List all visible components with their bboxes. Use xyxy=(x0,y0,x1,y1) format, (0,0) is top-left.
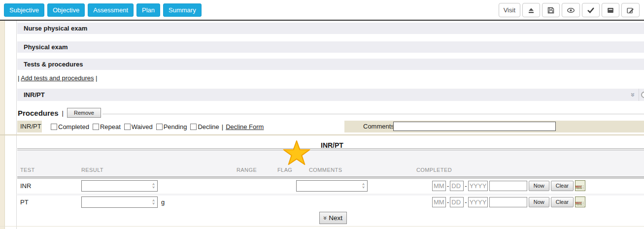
chevron-double-down-icon[interactable]: » xyxy=(631,89,635,101)
inr-year-input[interactable] xyxy=(468,181,488,191)
pt-result-spinner: ˄˅ xyxy=(81,196,158,208)
inr-clear-button[interactable]: Clear xyxy=(551,181,574,191)
pt-year-input[interactable] xyxy=(468,197,488,207)
ehr-encounter-page: Subjective Objective Assessment Plan Sum… xyxy=(0,0,644,229)
pipe-right: | xyxy=(96,74,97,82)
section-inr-pt[interactable]: INR/PT » xyxy=(17,89,644,101)
pending-label: Pending xyxy=(164,123,187,131)
test-name-pt: PT xyxy=(20,198,29,206)
content-left-border xyxy=(16,21,17,229)
pt-completed-widget: - - Now Clear MAY xyxy=(432,196,585,207)
pt-unit-label: g xyxy=(161,198,165,206)
inr-comments-input[interactable] xyxy=(297,181,360,191)
toolbar: Visit xyxy=(499,3,640,17)
status-waived: Waived xyxy=(121,123,153,131)
separator: | xyxy=(62,109,64,117)
eject-button[interactable] xyxy=(522,3,540,17)
status-repeat: Repeat xyxy=(89,123,121,131)
archive-icon xyxy=(607,6,614,14)
inr-time-input[interactable] xyxy=(489,181,527,191)
inr-completed-widget: - - Now Clear MAY xyxy=(432,180,585,191)
section-nurse-physical-exam[interactable]: Nurse physical exam xyxy=(17,23,644,34)
preview-button[interactable] xyxy=(562,3,580,17)
add-tests-row: | Add tests and procedures | xyxy=(18,74,97,82)
spinner-arrows-icon[interactable]: ˄˅ xyxy=(150,183,157,189)
soap-tabs: Subjective Objective Assessment Plan Sum… xyxy=(4,3,202,17)
pt-result-input[interactable] xyxy=(82,197,150,207)
pt-now-button[interactable]: Now xyxy=(529,197,549,207)
calendar-grid xyxy=(576,201,584,206)
pipe-left: | xyxy=(18,74,19,82)
next-label: Next xyxy=(329,214,342,222)
inr-month-input[interactable] xyxy=(432,181,446,191)
next-button[interactable]: »Next xyxy=(319,212,347,224)
add-tests-link[interactable]: Add tests and procedures xyxy=(21,74,94,82)
clipped-circle-icon xyxy=(641,92,644,98)
waived-label: Waived xyxy=(132,123,153,131)
toolbar-divider xyxy=(0,20,644,21)
gold-star-icon xyxy=(282,140,311,165)
inr-result-spinner: ˄˅ xyxy=(81,180,158,192)
inr-result-input[interactable] xyxy=(82,181,150,191)
row-separator xyxy=(17,194,644,196)
decline-form-link[interactable]: Decline Form xyxy=(226,123,264,131)
section-physical-exam[interactable]: Physical exam xyxy=(17,41,644,53)
section-rule xyxy=(0,134,644,135)
calendar-icon[interactable]: MAY xyxy=(575,196,585,207)
status-decline: Decline xyxy=(187,123,219,131)
pt-time-input[interactable] xyxy=(489,197,527,207)
confirm-button[interactable] xyxy=(582,3,600,17)
inr-comments-spinner: ˄˅ xyxy=(296,180,368,192)
visit-button[interactable]: Visit xyxy=(499,3,520,17)
spinner-arrows-icon[interactable]: ˄˅ xyxy=(360,183,367,189)
check-icon xyxy=(587,6,595,14)
double-rule-header xyxy=(17,177,644,179)
col-header-result: RESULT xyxy=(81,167,103,173)
test-name-inr: INR xyxy=(20,182,31,190)
left-margin-strip xyxy=(0,21,5,229)
calendar-icon[interactable]: MAY xyxy=(575,180,585,191)
repeat-label: Repeat xyxy=(100,123,121,131)
comments-label: Comments xyxy=(363,121,394,132)
repeat-checkbox[interactable] xyxy=(93,124,99,130)
spinner-arrows-icon[interactable]: ˄˅ xyxy=(150,199,157,205)
waived-checkbox[interactable] xyxy=(124,124,131,130)
completed-label: Completed xyxy=(58,123,89,131)
completed-checkbox[interactable] xyxy=(51,124,57,130)
tab-summary[interactable]: Summary xyxy=(163,3,202,17)
date-separator: - xyxy=(465,182,467,190)
col-header-completed: COMPLETED xyxy=(416,167,452,173)
inr-now-button[interactable]: Now xyxy=(529,181,549,191)
edit-note-button[interactable] xyxy=(621,3,640,17)
pending-checkbox[interactable] xyxy=(156,124,163,130)
decline-label: Decline xyxy=(198,123,219,131)
tab-assessment[interactable]: Assessment xyxy=(88,3,134,17)
inr-day-input[interactable] xyxy=(450,181,464,191)
tab-subjective[interactable]: Subjective xyxy=(4,3,44,17)
date-separator: - xyxy=(447,182,449,190)
status-pending: Pending xyxy=(153,123,187,131)
procedure-comments-input[interactable] xyxy=(393,122,556,131)
horizontal-rule xyxy=(102,114,644,114)
results-panel-title: INR/PT xyxy=(321,141,343,149)
section-tests-procedures[interactable]: Tests & procedures xyxy=(17,59,644,70)
archive-button[interactable] xyxy=(602,3,619,17)
pt-month-input[interactable] xyxy=(432,197,446,207)
save-icon xyxy=(547,6,555,14)
save-button[interactable] xyxy=(542,3,560,17)
edit-icon xyxy=(626,6,635,14)
col-header-test: TEST xyxy=(20,167,35,173)
inr-pt-bar-title: INR/PT xyxy=(24,91,45,98)
tab-objective[interactable]: Objective xyxy=(47,3,85,17)
procedure-status-row: INR/PT Completed Repeat Waived Pending D… xyxy=(17,121,644,132)
pt-clear-button[interactable]: Clear xyxy=(551,197,574,207)
eject-icon xyxy=(527,6,535,14)
eye-icon xyxy=(567,6,575,14)
decline-checkbox[interactable] xyxy=(190,124,197,130)
pt-day-input[interactable] xyxy=(450,197,464,207)
calendar-grid xyxy=(576,185,584,190)
col-header-flag: FLAG xyxy=(277,167,292,173)
tab-plan[interactable]: Plan xyxy=(136,3,160,17)
date-separator: - xyxy=(447,198,449,206)
remove-button[interactable]: Remove xyxy=(67,108,101,118)
